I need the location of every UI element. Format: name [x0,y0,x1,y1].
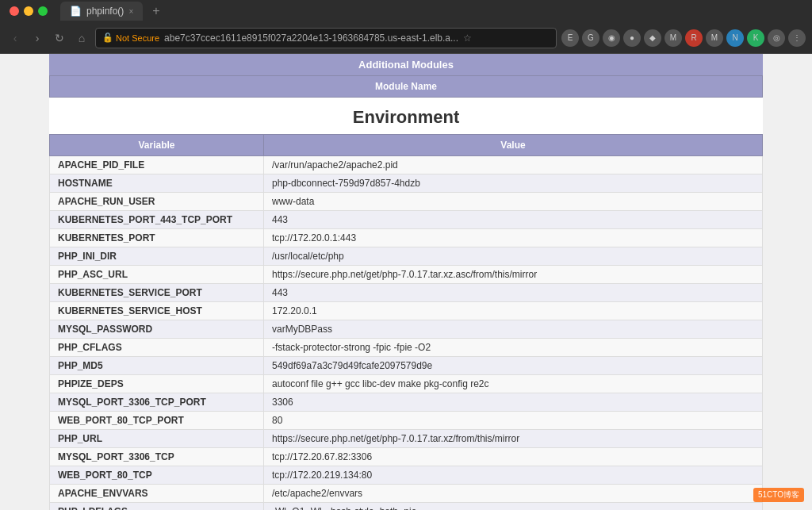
extension-icon-5[interactable]: ◆ [644,29,661,47]
env-variable-name: HOSTNAME [50,174,264,193]
env-variable-name: KUBERNETES_SERVICE_PORT [50,284,264,302]
env-variable-value: autoconf file g++ gcc libc-dev make pkg-… [264,375,763,393]
env-variable-value: varMyDBPass [264,320,763,339]
env-variable-name: PHP_ASC_URL [50,266,264,284]
col-value-header: Value [264,135,763,156]
table-row: KUBERNETES_PORT_443_TCP_PORT443 [50,211,763,229]
modules-table: Module Name [49,75,763,98]
table-row: WEB_PORT_80_TCP_PORT80 [50,412,763,430]
env-variable-name: KUBERNETES_PORT [50,229,264,247]
env-variable-name: PHP_CFLAGS [50,339,264,357]
back-button[interactable]: ‹ [6,32,24,44]
env-variable-name: MYSQL_PORT_3306_TCP [50,448,264,466]
env-variable-value: /usr/local/etc/php [264,247,763,266]
browser-tab[interactable]: 📄 phpinfo() × [60,2,143,21]
table-row: MYSQL_PORT_3306_TCPtcp://172.20.67.82:33… [50,448,763,466]
refresh-button[interactable]: ↻ [51,32,68,44]
extension-icon-9[interactable]: N [726,29,744,47]
env-variable-name: PHP_INI_DIR [50,247,264,266]
table-row: PHP_LDFLAGS-Wl,-O1 -Wl,--hash-style=both… [50,503,763,511]
table-row: APACHE_PID_FILE/var/run/apache2/apache2.… [50,156,763,174]
env-variable-name: WEB_PORT_80_TCP [50,466,264,485]
env-variable-value: tcp://172.20.0.1:443 [264,229,763,247]
table-row: WEB_PORT_80_TCPtcp://172.20.219.134:80 [50,466,763,485]
env-variable-value: 443 [264,211,763,229]
lock-icon: 🔓 [102,33,113,43]
env-variable-name: APACHE_PID_FILE [50,156,264,174]
env-variable-name: PHP_MD5 [50,357,264,375]
env-variable-name: KUBERNETES_SERVICE_HOST [50,302,264,320]
close-button[interactable] [10,6,19,16]
maximize-button[interactable] [38,6,48,16]
page-content: Additional Modules Module Name Environme… [0,54,812,510]
forward-button[interactable]: › [29,32,46,44]
bookmark-icon[interactable]: ☆ [463,33,472,44]
minimize-button[interactable] [24,6,33,16]
env-variable-value: 172.20.0.1 [264,302,763,320]
table-row: PHPIZE_DEPSautoconf file g++ gcc libc-de… [50,375,763,393]
php-info-page: Additional Modules Module Name Environme… [49,54,763,510]
env-variable-value: https://secure.php.net/get/php-7.0.17.ta… [264,430,763,448]
extension-icon-10[interactable]: K [747,29,764,47]
extension-icon-12[interactable]: ⋮ [788,29,806,47]
table-row: APACHE_ENVVARS/etc/apache2/envvars [50,485,763,503]
additional-modules-header: Additional Modules [49,54,763,75]
extension-icon-6[interactable]: M [665,29,682,47]
env-variable-name: MYSQL_PORT_3306_TCP_PORT [50,393,264,412]
watermark: 51CTO博客 [753,488,804,502]
table-row: PHP_MD5549df69a7a3c79d49fcafe2097579d9e [50,357,763,375]
tab-title: phpinfo() [86,6,124,17]
env-variable-value: /var/run/apache2/apache2.pid [264,156,763,174]
traffic-lights [10,6,48,16]
env-variable-value: 549df69a7a3c79d49fcafe2097579d9e [264,357,763,375]
new-tab-button[interactable]: + [152,4,159,18]
table-row: PHP_ASC_URLhttps://secure.php.net/get/ph… [50,266,763,284]
env-variable-value: tcp://172.20.67.82:3306 [264,448,763,466]
environment-table: Variable Value APACHE_PID_FILE/var/run/a… [49,134,763,510]
module-name-header: Module Name [50,76,763,98]
env-variable-value: /etc/apache2/envvars [264,485,763,503]
table-row: MYSQL_PASSWORDvarMyDBPass [50,320,763,339]
url-text: abe7c37ccec1611e8915f027a2204e13-1963684… [164,33,458,44]
url-field[interactable]: 🔓 Not Secure abe7c37ccec1611e8915f027a22… [95,28,557,48]
env-variable-name: APACHE_RUN_USER [50,193,264,211]
home-button[interactable]: ⌂ [73,32,90,44]
environment-title: Environment [49,98,763,134]
env-variable-name: PHP_LDFLAGS [50,503,264,511]
table-row: MYSQL_PORT_3306_TCP_PORT3306 [50,393,763,412]
extension-icon-3[interactable]: ◉ [603,29,620,47]
extension-icon-4[interactable]: ● [623,29,641,47]
extension-icon-8[interactable]: M [706,29,723,47]
address-bar: ‹ › ↻ ⌂ 🔓 Not Secure abe7c37ccec1611e891… [0,22,812,54]
table-row: PHP_CFLAGS-fstack-protector-strong -fpic… [50,339,763,357]
extension-icon-7[interactable]: R [685,29,703,47]
toolbar-icons: E G ◉ ● ◆ M R M N K ◎ ⋮ [561,29,806,47]
tab-close-button[interactable]: × [128,7,133,16]
table-row: HOSTNAMEphp-dbconnect-759d97d857-4hdzb [50,174,763,193]
env-variable-value: www-data [264,193,763,211]
not-secure-label: Not Secure [116,33,159,43]
table-row: KUBERNETES_SERVICE_PORT443 [50,284,763,302]
env-variable-value: tcp://172.20.219.134:80 [264,466,763,485]
env-variable-name: KUBERNETES_PORT_443_TCP_PORT [50,211,264,229]
extension-icon-1[interactable]: E [561,29,579,47]
table-row: KUBERNETES_PORTtcp://172.20.0.1:443 [50,229,763,247]
additional-modules-label: Additional Modules [358,59,454,71]
title-bar: 📄 phpinfo() × + [0,0,812,22]
extension-icon-11[interactable]: ◎ [768,29,785,47]
tab-favicon: 📄 [70,6,82,17]
env-variable-value: php-dbconnect-759d97d857-4hdzb [264,174,763,193]
env-variable-name: APACHE_ENVVARS [50,485,264,503]
table-row: PHP_URLhttps://secure.php.net/get/php-7.… [50,430,763,448]
env-variable-name: WEB_PORT_80_TCP_PORT [50,412,264,430]
env-variable-value: -Wl,-O1 -Wl,--hash-style=both -pie [264,503,763,511]
table-row: KUBERNETES_SERVICE_HOST172.20.0.1 [50,302,763,320]
table-row: PHP_INI_DIR/usr/local/etc/php [50,247,763,266]
env-variable-value: https://secure.php.net/get/php-7.0.17.ta… [264,266,763,284]
not-secure-indicator: 🔓 Not Secure [102,33,159,43]
env-variable-value: -fstack-protector-strong -fpic -fpie -O2 [264,339,763,357]
env-variable-value: 3306 [264,393,763,412]
env-variable-name: PHP_URL [50,430,264,448]
extension-icon-2[interactable]: G [582,29,599,47]
env-variable-name: PHPIZE_DEPS [50,375,264,393]
